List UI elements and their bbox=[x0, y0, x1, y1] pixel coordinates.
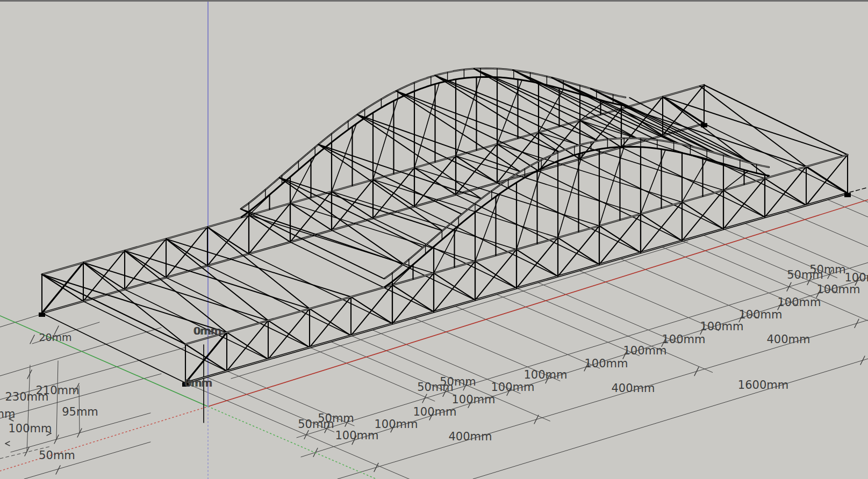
model-scene: 20mm0mm0mm0mm0mm230mm210mm95mmmm100mm50m… bbox=[0, 0, 868, 479]
dimension-label: 100mm bbox=[845, 271, 868, 284]
dimension-label: 100mm bbox=[524, 368, 568, 381]
dimension-label: 400mm bbox=[449, 430, 492, 443]
dimension-label: 100mm bbox=[700, 320, 744, 333]
dimension-label: 100mm bbox=[375, 418, 418, 431]
dimension-label: 100mm bbox=[778, 296, 821, 309]
3d-viewport[interactable]: 20mm0mm0mm0mm0mm230mm210mm95mmmm100mm50m… bbox=[0, 0, 868, 479]
dimension-label: 0mm bbox=[185, 376, 213, 389]
dimension-label: 95mm bbox=[62, 405, 98, 418]
dimension-label: 210mm bbox=[36, 384, 80, 397]
dimension-label: 100mm bbox=[413, 405, 457, 418]
dimension-label: 50mm bbox=[440, 375, 476, 388]
dimension-label: 0mm bbox=[194, 324, 222, 337]
window-top-border bbox=[0, 0, 868, 2]
dimension-label: 1600mm bbox=[738, 379, 788, 391]
dimension-label: 100mm bbox=[9, 422, 52, 435]
dimension-label: 20mm bbox=[39, 331, 71, 343]
dimension-label: 100mm bbox=[491, 381, 535, 394]
dimension-label: 100mm bbox=[585, 357, 628, 370]
dimension-label: mm bbox=[0, 408, 15, 420]
dimension-label: 100mm bbox=[452, 393, 496, 406]
dimension-label: 400mm bbox=[612, 382, 655, 395]
dimension-label: 50mm bbox=[39, 449, 75, 462]
dimension-label: 50mm bbox=[318, 412, 354, 425]
dimension-label: 100mm bbox=[817, 283, 860, 296]
dimension-label: 100mm bbox=[335, 429, 379, 442]
dimension-label: 100mm bbox=[623, 344, 667, 357]
dimension-label: 50mm bbox=[809, 263, 846, 276]
dimension-label: 400mm bbox=[767, 333, 810, 346]
dimension-label: 100mm bbox=[739, 308, 783, 321]
dimension-label: 100mm bbox=[662, 333, 706, 346]
